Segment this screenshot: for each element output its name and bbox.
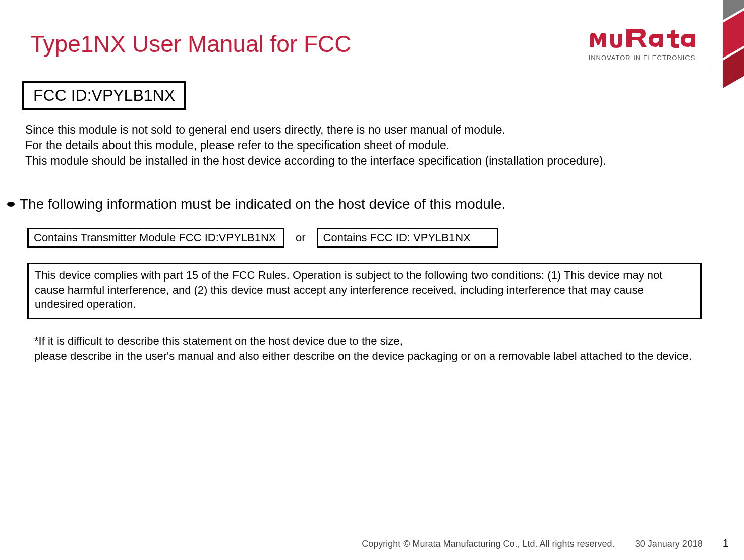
footer-date: 30 January 2018: [635, 539, 703, 549]
murata-logo-icon: [589, 28, 695, 52]
bullet-icon: [7, 202, 15, 207]
intro-line: This module should be installed in the h…: [25, 153, 722, 169]
footnote: *If it is difficult to describe this sta…: [22, 333, 722, 363]
footnote-line: *If it is difficult to describe this sta…: [34, 333, 722, 349]
intro-line: For the details about this module, pleas…: [25, 138, 722, 153]
intro-paragraph: Since this module is not sold to general…: [22, 122, 722, 169]
intro-line: Since this module is not sold to general…: [25, 122, 722, 138]
label-options-row: Contains Transmitter Module FCC ID:VPYLB…: [22, 228, 722, 248]
compliance-statement-box: This device complies with part 15 of the…: [27, 263, 702, 319]
title-divider: [30, 67, 714, 67]
or-text: or: [296, 231, 306, 244]
page-number: 1: [723, 537, 729, 550]
logo-tagline: INNOVATOR IN ELECTRONICS: [585, 54, 699, 62]
brand-logo: INNOVATOR IN ELECTRONICS: [585, 28, 699, 62]
footnote-line: please describe in the user's manual and…: [34, 349, 722, 364]
copyright-text: Copyright © Murata Manufacturing Co., Lt…: [362, 539, 615, 549]
section-heading: The following information must be indica…: [7, 196, 722, 212]
section-heading-text: The following information must be indica…: [20, 196, 505, 212]
label-box-1: Contains Transmitter Module FCC ID:VPYLB…: [27, 228, 284, 248]
fcc-id-box: FCC ID:VPYLB1NX: [22, 81, 186, 110]
label-box-2: Contains FCC ID: VPYLB1NX: [317, 228, 498, 248]
page-footer: Copyright © Murata Manufacturing Co., Lt…: [362, 537, 729, 550]
